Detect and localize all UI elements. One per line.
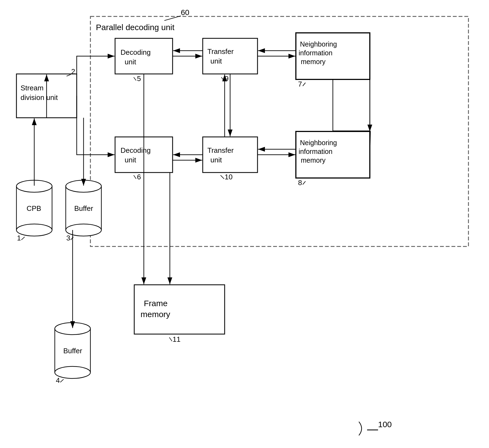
number-11: 11 bbox=[173, 335, 181, 343]
number-2: 2 bbox=[71, 67, 75, 76]
neighboring-memory-2-text-2: information bbox=[299, 148, 333, 155]
transfer-unit-1-box bbox=[203, 38, 258, 74]
cpb-label: CPB bbox=[27, 204, 41, 212]
figure-curved-line bbox=[359, 422, 362, 435]
stream-to-decoding1-arrow bbox=[77, 56, 115, 74]
stream-division-text-2: division unit bbox=[21, 93, 58, 102]
neighboring-memory-1-text-1: Neighboring bbox=[300, 40, 337, 48]
parallel-decoding-label: Parallel decoding unit bbox=[96, 23, 175, 32]
buffer-bottom-bottom bbox=[55, 366, 90, 378]
transfer-unit-2-box bbox=[203, 137, 258, 173]
transfer-unit-2-text-2: unit bbox=[210, 156, 222, 164]
neighboring-memory-2-text-3: memory bbox=[301, 156, 326, 164]
buffer-top-label: Buffer bbox=[74, 204, 93, 212]
decoding-unit-2-text-1: Decoding bbox=[121, 146, 151, 154]
figure-number-100: 100 bbox=[378, 420, 392, 429]
buffer-top-bottom bbox=[66, 224, 101, 236]
decoding-unit-2-text-2: unit bbox=[125, 156, 136, 164]
cpb-bottom bbox=[16, 224, 52, 236]
frame-memory-text-2: memory bbox=[141, 310, 170, 319]
number-6: 6 bbox=[137, 173, 141, 181]
number-3: 3 bbox=[66, 234, 70, 242]
number-60: 60 bbox=[181, 8, 189, 17]
number-4: 4 bbox=[56, 376, 60, 384]
frame-memory-box bbox=[134, 285, 225, 334]
neighboring-memory-1-text-2: information bbox=[299, 49, 333, 57]
neighboring-memory-1-text-3: memory bbox=[301, 58, 326, 65]
neighbor-bracket bbox=[333, 79, 370, 131]
transfer-unit-1-text-2: unit bbox=[210, 57, 222, 65]
number-8: 8 bbox=[298, 179, 302, 187]
neighboring-memory-2-text-1: Neighboring bbox=[300, 139, 337, 147]
frame-memory-text-1: Frame bbox=[144, 299, 168, 308]
number-10: 10 bbox=[225, 173, 233, 181]
number-1: 1 bbox=[17, 234, 21, 242]
decoding-unit-1-text-1: Decoding bbox=[121, 48, 151, 56]
transfer-unit-2-text-1: Transfer bbox=[207, 146, 234, 154]
transfer-unit-1-text-1: Transfer bbox=[207, 47, 234, 56]
number-5: 5 bbox=[137, 74, 141, 83]
stream-to-decoding2-arrow bbox=[77, 96, 115, 155]
number-7: 7 bbox=[298, 80, 302, 88]
decoding-unit-1-text-2: unit bbox=[125, 58, 136, 66]
diagram-svg: 60 Parallel decoding unit Stream divisio… bbox=[0, 0, 489, 448]
number-9: 9 bbox=[225, 74, 228, 83]
buffer-bottom-label: Buffer bbox=[63, 347, 82, 355]
diagram-container: 60 Parallel decoding unit Stream divisio… bbox=[0, 0, 489, 448]
stream-division-text-1: Stream bbox=[21, 84, 44, 92]
